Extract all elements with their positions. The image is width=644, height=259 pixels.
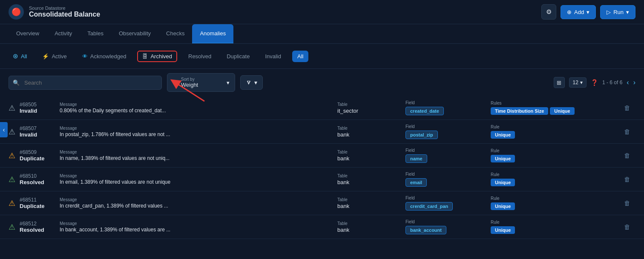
delete-button[interactable]: 🗑 [624, 199, 630, 207]
rules-badges: Unique [491, 154, 618, 162]
table-label: Table [337, 221, 405, 226]
anomaly-status: Duplicate [20, 155, 45, 162]
anomaly-table: bank [337, 155, 405, 162]
back-button[interactable]: ‹ [0, 122, 8, 137]
filter-all-label: All [21, 53, 27, 60]
add-button[interactable]: ⊕ Add ▾ [561, 5, 596, 19]
anomaly-id-col: ⚠ #68509 Duplicate [9, 149, 60, 162]
filter-duplicate[interactable]: Duplicate [222, 51, 254, 62]
delete-button[interactable]: 🗑 [624, 104, 630, 111]
anomaly-action-col: 🗑 [618, 223, 635, 231]
anomaly-message-col: Message In crerdit_card_pan, 1.389% of f… [60, 197, 337, 209]
filter-resolved[interactable]: Resolved [184, 51, 216, 62]
run-button[interactable]: ▷ Run ▾ [600, 5, 635, 19]
delete-button[interactable]: 🗑 [624, 176, 630, 183]
anomaly-field-col: Field email [405, 172, 491, 187]
sort-by-label: Sort by [181, 77, 198, 82]
status-icon: ⚠ [9, 222, 15, 232]
message-label: Message [60, 197, 337, 202]
run-label: Run [613, 9, 624, 15]
field-badge: created_date [405, 107, 444, 115]
rule-badge: Unique [491, 155, 515, 162]
message-label: Message [60, 221, 337, 226]
table-label: Table [337, 126, 405, 131]
anomaly-action-col: 🗑 [618, 152, 635, 159]
table-row[interactable]: ⚠ #68509 Duplicate Message In name, 1.38… [0, 144, 644, 168]
anomaly-status: Duplicate [20, 203, 45, 209]
filter-all-btn[interactable]: All [292, 51, 308, 62]
tab-anomalies[interactable]: Anomalies [192, 24, 233, 43]
sort-value: Weight [181, 82, 198, 88]
field-label: Field [405, 196, 491, 200]
rule-badge: Unique [491, 202, 515, 210]
anomaly-table-col: Table bank [337, 221, 405, 233]
tab-checks[interactable]: Checks [158, 24, 192, 43]
table-row[interactable]: ⚠ #68505 Invalid Message 0.806% of the D… [0, 96, 644, 120]
field-label: Field [405, 124, 491, 129]
status-icon: ⚠ [9, 175, 15, 184]
filter-dropdown-btn[interactable]: ⛛ ▾ [240, 75, 263, 90]
table-row[interactable]: ⚠ #68510 Resolved Message In email, 1.38… [0, 168, 644, 191]
anomaly-status: Invalid [20, 108, 37, 114]
anomaly-id: #68507 [20, 125, 37, 131]
page-next-button[interactable]: › [633, 79, 635, 86]
status-icon: ⚠ [9, 127, 15, 137]
anomaly-message: 0.806% of the Daily segments of created_… [60, 108, 337, 114]
eye-icon: 👁 [82, 53, 88, 60]
anomaly-field-col: Field crerdit_card_pan [405, 196, 491, 211]
tab-tables[interactable]: Tables [80, 24, 111, 43]
anomaly-status: Invalid [20, 131, 37, 138]
anomaly-field-col: Field name [405, 148, 491, 163]
rules-badges: Time Distribution SizeUnique [491, 106, 618, 115]
anomaly-table-col: Table bank [337, 150, 405, 162]
filter-active[interactable]: ⚡ Active [38, 51, 71, 62]
message-label: Message [60, 150, 337, 154]
header-subtitle: Source Datastore [29, 6, 100, 11]
rules-label: Rule [491, 148, 618, 153]
sort-select[interactable]: ⇅ Sort by Weight ▾ [167, 73, 235, 92]
anomaly-action-col: 🗑 [618, 176, 635, 183]
table-row[interactable]: ⚠ #68507 Invalid Message In postal_zip, … [0, 120, 644, 144]
anomaly-message: In bank_account, 1.389% of filtered valu… [60, 227, 337, 233]
delete-button[interactable]: 🗑 [624, 152, 630, 159]
layers-icon: ⊛ [13, 52, 18, 60]
rules-label: Rule [491, 172, 618, 177]
anomaly-id: #68505 [20, 102, 37, 108]
message-label: Message [60, 126, 337, 131]
run-icon: ▷ [607, 9, 611, 15]
tab-overview[interactable]: Overview [9, 24, 47, 43]
rules-label: Rule [491, 196, 618, 201]
filter-acknowledged[interactable]: 👁 Acknowledged [78, 51, 131, 62]
field-label: Field [405, 172, 491, 176]
header-title-group: Source Datastore Consolidated Balance [29, 6, 100, 18]
table-label: Table [337, 174, 405, 178]
table-row[interactable]: ⚠ #68512 Resolved Message In bank_accoun… [0, 215, 644, 239]
delete-button[interactable]: 🗑 [624, 128, 630, 135]
status-icon: ⚠ [9, 199, 15, 208]
page-prev-button[interactable]: ‹ [627, 79, 629, 86]
delete-button[interactable]: 🗑 [624, 223, 630, 231]
table-label: Table [337, 197, 405, 202]
filter-all[interactable]: ⊛ All [9, 50, 31, 63]
page-size-select[interactable]: 12 ▾ [569, 77, 586, 88]
tab-activity[interactable]: Activity [47, 24, 80, 43]
filter-archived[interactable]: 🗄 Archived [137, 51, 177, 62]
anomaly-rules-col: Rule Unique [491, 125, 618, 139]
anomaly-message-col: Message 0.806% of the Daily segments of … [60, 102, 337, 114]
anomaly-id: #68509 [20, 149, 45, 155]
message-label: Message [60, 102, 337, 107]
field-label: Field [405, 219, 491, 224]
filter-invalid[interactable]: Invalid [261, 51, 285, 62]
anomaly-message: In crerdit_card_pan, 1.389% of filtered … [60, 203, 337, 209]
filter-resolved-label: Resolved [188, 53, 211, 60]
rules-label: Rule [491, 125, 618, 129]
page-size-value: 12 [573, 80, 578, 85]
grid-view-button[interactable]: ⊞ [554, 77, 565, 88]
search-icon: 🔍 [13, 80, 20, 86]
settings-button[interactable]: ⚙ [541, 4, 556, 20]
anomaly-table-col: Table bank [337, 197, 405, 209]
rules-badges: Unique [491, 130, 618, 139]
tab-observability[interactable]: Observability [111, 24, 158, 43]
search-input[interactable] [9, 76, 162, 90]
table-row[interactable]: ⚠ #68511 Duplicate Message In crerdit_ca… [0, 191, 644, 215]
